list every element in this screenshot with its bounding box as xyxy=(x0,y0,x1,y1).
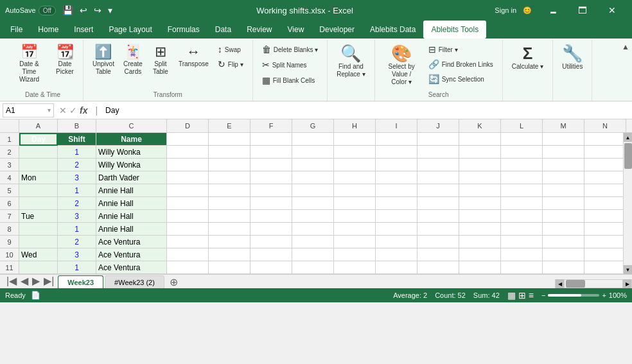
cell-a4[interactable]: Mon xyxy=(19,171,58,184)
date-picker-button[interactable]: 📆 DatePicker xyxy=(52,42,78,78)
cell-c3[interactable]: Willy Wonka xyxy=(96,159,167,171)
cell-n10[interactable] xyxy=(584,248,623,261)
cell-a3[interactable] xyxy=(19,159,58,171)
cell-m9[interactable] xyxy=(543,236,584,248)
cell-d6[interactable] xyxy=(167,197,209,210)
cell-a6[interactable] xyxy=(19,197,58,210)
cell-g2[interactable] xyxy=(292,146,334,159)
quick-access-dropdown[interactable]: ▾ xyxy=(105,4,115,17)
cell-c2[interactable]: Willy Wonka xyxy=(96,146,167,159)
cell-h1[interactable] xyxy=(334,133,376,146)
cell-e11[interactable] xyxy=(209,261,250,274)
fill-blank-cells-button[interactable]: ▦ Fill Blank Cells xyxy=(258,73,319,87)
cell-i5[interactable] xyxy=(376,184,417,197)
cell-m10[interactable] xyxy=(543,248,584,261)
cell-d9[interactable] xyxy=(167,236,209,248)
menu-review[interactable]: Review xyxy=(239,21,279,39)
cell-g3[interactable] xyxy=(292,159,334,171)
cell-m2[interactable] xyxy=(543,146,584,159)
cell-g6[interactable] xyxy=(292,197,334,210)
cell-j8[interactable] xyxy=(417,223,459,236)
menu-view[interactable]: View xyxy=(280,21,312,39)
name-box-arrow[interactable]: ▾ xyxy=(48,107,51,114)
cell-l6[interactable] xyxy=(501,197,543,210)
cell-j9[interactable] xyxy=(417,236,459,248)
cell-f3[interactable] xyxy=(250,159,292,171)
cell-j2[interactable] xyxy=(417,146,459,159)
cell-f8[interactable] xyxy=(250,223,292,236)
maximize-button[interactable]: 🗖 xyxy=(568,0,597,21)
unpivot-table-button[interactable]: ⬆️ UnpivotTable xyxy=(89,42,118,78)
col-header-h[interactable]: H xyxy=(334,119,376,132)
cell-e1[interactable] xyxy=(209,133,250,146)
cell-l3[interactable] xyxy=(501,159,543,171)
cell-h11[interactable] xyxy=(334,261,376,274)
menu-insert[interactable]: Insert xyxy=(66,21,101,39)
col-header-j[interactable]: J xyxy=(417,119,459,132)
cell-d1[interactable] xyxy=(167,133,209,146)
row-num-6[interactable]: 6 xyxy=(0,197,19,210)
normal-view-icon[interactable]: ▦ xyxy=(507,290,516,300)
cell-m11[interactable] xyxy=(543,261,584,274)
formula-input[interactable] xyxy=(103,103,629,117)
cell-k11[interactable] xyxy=(459,261,501,274)
cell-d4[interactable] xyxy=(167,171,209,184)
cell-e5[interactable] xyxy=(209,184,250,197)
cell-g8[interactable] xyxy=(292,223,334,236)
cell-l11[interactable] xyxy=(501,261,543,274)
cell-b11[interactable]: 1 xyxy=(58,261,96,274)
cell-c8[interactable]: Annie Hall xyxy=(96,223,167,236)
cell-n4[interactable] xyxy=(584,171,623,184)
cell-k1[interactable] xyxy=(459,133,501,146)
cell-l9[interactable] xyxy=(501,236,543,248)
menu-developer[interactable]: Developer xyxy=(312,21,362,39)
cell-d3[interactable] xyxy=(167,159,209,171)
col-header-a[interactable]: A xyxy=(19,119,58,132)
cell-f5[interactable] xyxy=(250,184,292,197)
cell-d2[interactable] xyxy=(167,146,209,159)
cell-c1[interactable]: Name xyxy=(96,133,167,146)
cell-n2[interactable] xyxy=(584,146,623,159)
cell-e2[interactable] xyxy=(209,146,250,159)
cell-h6[interactable] xyxy=(334,197,376,210)
cell-j4[interactable] xyxy=(417,171,459,184)
sheet-nav-first[interactable]: |◀ xyxy=(5,275,18,287)
cell-a11[interactable] xyxy=(19,261,58,274)
cell-n9[interactable] xyxy=(584,236,623,248)
page-layout-view-icon[interactable]: ⊞ xyxy=(518,290,526,300)
col-header-i[interactable]: I xyxy=(376,119,417,132)
row-num-4[interactable]: 4 xyxy=(0,171,19,184)
cell-c4[interactable]: Darth Vader xyxy=(96,171,167,184)
cell-h9[interactable] xyxy=(334,236,376,248)
cell-g4[interactable] xyxy=(292,171,334,184)
horizontal-scrollbar[interactable]: ◀ ▶ xyxy=(555,279,632,288)
cell-b4[interactable]: 3 xyxy=(58,171,96,184)
cell-j1[interactable] xyxy=(417,133,459,146)
cell-e4[interactable] xyxy=(209,171,250,184)
cell-l8[interactable] xyxy=(501,223,543,236)
cell-j10[interactable] xyxy=(417,248,459,261)
sheet-tab-week23[interactable]: Week23 xyxy=(58,275,103,288)
cell-g10[interactable] xyxy=(292,248,334,261)
row-num-3[interactable]: 3 xyxy=(0,159,19,171)
cell-a7[interactable]: Tue xyxy=(19,210,58,223)
row-num-7[interactable]: 7 xyxy=(0,210,19,223)
filter-button[interactable]: ⊟ Filter ▾ xyxy=(425,42,497,56)
cell-d5[interactable] xyxy=(167,184,209,197)
cell-k3[interactable] xyxy=(459,159,501,171)
zoom-in-button[interactable]: + xyxy=(602,291,606,299)
cell-d11[interactable] xyxy=(167,261,209,274)
cell-k10[interactable] xyxy=(459,248,501,261)
cell-f7[interactable] xyxy=(250,210,292,223)
col-header-d[interactable]: D xyxy=(167,119,209,132)
sheet-nav-next[interactable]: ▶ xyxy=(31,275,41,287)
vertical-scrollbar[interactable]: ▲ ▼ xyxy=(623,133,632,274)
col-header-e[interactable]: E xyxy=(209,119,250,132)
cell-h5[interactable] xyxy=(334,184,376,197)
row-num-9[interactable]: 9 xyxy=(0,236,19,248)
cell-b5[interactable]: 1 xyxy=(58,184,96,197)
cell-l1[interactable] xyxy=(501,133,543,146)
cell-j3[interactable] xyxy=(417,159,459,171)
cell-b3[interactable]: 2 xyxy=(58,159,96,171)
formula-cancel-icon[interactable]: ✕ xyxy=(59,105,67,116)
